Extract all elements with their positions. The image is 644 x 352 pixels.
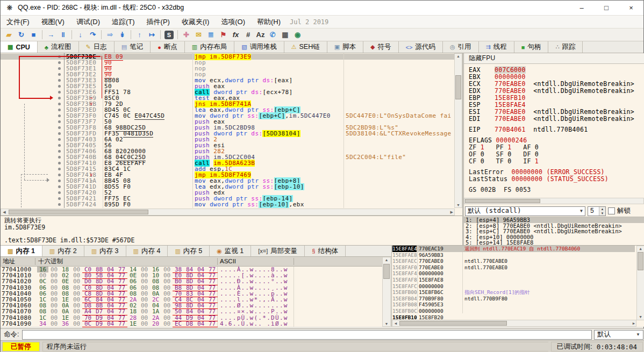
stack-panel[interactable]: 15E8FAE4770EAC19返回到 ntdll.770EAC19 自 ntd…: [391, 245, 644, 327]
argument-row[interactable]: 1: [esp+4] 96A59BB3: [464, 217, 644, 223]
tab-SEH链[interactable]: ⚠SEH链: [284, 41, 327, 53]
dump-byte[interactable]: 04: [195, 321, 206, 327]
dump-byte[interactable]: 77: [206, 278, 218, 284]
last-error-row[interactable]: LastStatus 00000000 (STATUS_SUCCESS): [469, 176, 644, 183]
stack-row[interactable]: 15E8FAF815E8FAE8: [392, 277, 635, 283]
register-row[interactable]: EIP770B4061 ntdll.770B4061: [469, 126, 644, 133]
command-script-select[interactable]: 默认 ▼: [594, 330, 643, 340]
stack-row[interactable]: 15E8FB0C00000000: [392, 308, 635, 314]
step-into-source-icon[interactable]: ↡: [116, 30, 128, 40]
execute-till-return-icon[interactable]: ↦: [146, 30, 158, 40]
segment-registers-row[interactable]: GS 002B FS 0053: [469, 186, 644, 193]
dump-byte[interactable]: D9: [94, 321, 105, 327]
dump-byte[interactable]: 0E: [60, 278, 71, 284]
stack-row[interactable]: 15E8FAF400000000: [392, 270, 635, 277]
step-out-icon[interactable]: ↑: [133, 30, 146, 40]
dump-byte[interactable]: 00: [48, 308, 60, 314]
tab-句柄[interactable]: ■句柄: [514, 41, 549, 53]
dump-byte[interactable]: B0: [173, 278, 184, 284]
dump-byte[interactable]: 1A: [150, 308, 161, 314]
menu-item[interactable]: 选项(O): [215, 16, 251, 28]
stack-vscrollbar[interactable]: ▲ ▼: [636, 246, 644, 320]
dump-byte[interactable]: 50: [173, 308, 184, 314]
dump-byte[interactable]: 77: [116, 278, 127, 284]
dump-byte[interactable]: 04: [105, 321, 116, 327]
tab-日志[interactable]: ✎日志: [79, 41, 115, 53]
command-input[interactable]: [22, 330, 592, 340]
hash-icon[interactable]: #: [242, 30, 254, 40]
calling-convention-select[interactable]: 默认 (stdcall) ▼: [465, 206, 585, 216]
spin-up-icon[interactable]: ▲: [599, 207, 605, 211]
menu-item[interactable]: 文件(F): [1, 16, 35, 28]
stack-row[interactable]: 15E8FB0015E8FB6C指向SEH_Record[1]的指针: [392, 289, 635, 296]
tab-流程图[interactable]: ♣流程图: [38, 41, 79, 53]
tab-CPU[interactable]: ▦CPU: [1, 41, 38, 53]
run-icon[interactable]: →: [45, 30, 57, 40]
maximize-button[interactable]: □: [594, 1, 619, 15]
tab-脚本[interactable]: ▣脚本: [327, 41, 363, 53]
unlock-checkbox[interactable]: [608, 207, 615, 214]
menu-item[interactable]: 收藏夹(I): [176, 16, 215, 28]
dump-byte[interactable]: 00: [139, 321, 150, 327]
tab-局部变量[interactable]: [x=]局部变量: [251, 246, 305, 256]
stack-row[interactable]: 15E8FB08F45905E3: [392, 301, 635, 308]
tab-源代码[interactable]: <>源代码: [399, 41, 443, 53]
dump-byte[interactable]: 04: [105, 278, 116, 284]
pause-icon[interactable]: ‖: [57, 30, 69, 40]
dump-byte[interactable]: 04: [105, 308, 116, 314]
dump-byte[interactable]: 00: [48, 278, 60, 284]
dump-byte[interactable]: 04: [195, 278, 206, 284]
dump-byte[interactable]: D7: [94, 308, 105, 314]
dump-byte[interactable]: 00: [161, 321, 173, 327]
dump-byte[interactable]: 8D: [184, 278, 195, 284]
comment-icon[interactable]: ✉: [192, 30, 205, 40]
dump-byte[interactable]: 00: [161, 308, 173, 314]
stop-icon[interactable]: ■: [27, 30, 40, 40]
disasm-vscrollbar[interactable]: ▲ ▼: [454, 53, 462, 208]
menu-item[interactable]: 插件(P): [141, 16, 176, 28]
bookmark-icon[interactable]: ⚑: [217, 30, 230, 40]
tab-内存 5[interactable]: ▥内存 5: [168, 246, 210, 256]
flags-row[interactable]: CF 0 TF 0 IF 1: [469, 158, 644, 165]
hide-fpu-button[interactable]: 隐藏FPU: [464, 53, 644, 64]
tab-调用堆栈[interactable]: ▧调用堆栈: [234, 41, 284, 53]
patch-icon[interactable]: ✚: [180, 30, 192, 40]
stack-row[interactable]: 15E8FAE896A59BB3: [392, 252, 635, 258]
register-row[interactable]: EDI770EABE0 <ntdll.DbgUiRemoteBreakin>: [469, 116, 644, 123]
dump-row[interactable]: 7704107008000A00A4D7047718001A0050840477…: [1, 308, 382, 314]
dump-row[interactable]: 770410200C000E00D08D047706000800B08D0477…: [1, 278, 382, 284]
stack-row[interactable]: 15E8FAEC770EABE0ntdll.770EABE0: [392, 258, 635, 264]
close-button[interactable]: ×: [619, 1, 643, 15]
menu-item[interactable]: 追踪(T): [106, 16, 141, 28]
dump-byte[interactable]: 04: [195, 308, 206, 314]
tab-内存 1[interactable]: ▥内存 1: [1, 246, 42, 256]
dump-byte[interactable]: A4: [82, 308, 94, 314]
step-over-icon[interactable]: ↷: [87, 30, 99, 40]
stack-row[interactable]: 15E8FAE4770EAC19返回到 ntdll.770EAC19 自 ntd…: [392, 246, 635, 252]
tab-结构体[interactable]: §结构体: [305, 246, 346, 256]
dump-byte[interactable]: 0A: [60, 308, 71, 314]
run-to-user-code-icon[interactable]: ⇒: [104, 30, 116, 40]
stack-hscrollbar[interactable]: ◀ ▶: [392, 320, 636, 327]
dump-byte[interactable]: 20: [150, 321, 161, 327]
tab-内存 4[interactable]: ▥内存 4: [126, 246, 168, 256]
function-icon[interactable]: fx: [230, 30, 242, 40]
dump-byte[interactable]: 00: [71, 278, 82, 284]
disasm-hscrollbar[interactable]: ◀ ▶: [1, 209, 455, 215]
tab-内存 2[interactable]: ▥内存 2: [42, 246, 84, 256]
dump-byte[interactable]: 77: [206, 321, 218, 327]
dump-byte[interactable]: 34: [37, 321, 48, 327]
dump-byte[interactable]: EC: [173, 321, 184, 327]
stack-row[interactable]: 15E8FB04770B9F80ntdll.770B9F80: [392, 296, 635, 302]
tab-符号[interactable]: ◆符号: [363, 41, 398, 53]
dump-byte[interactable]: 00: [71, 308, 82, 314]
tab-监视 1[interactable]: ◉监视 1: [210, 246, 251, 256]
disasm-row[interactable]: 5D8F7424895D F0mov dword ptr ss:[ebp-10]…: [1, 202, 454, 207]
dump-byte[interactable]: 00: [161, 278, 173, 284]
dump-byte[interactable]: 00: [71, 321, 82, 327]
tab-跟踪[interactable]: ∴跟踪: [548, 41, 583, 53]
dump-row[interactable]: 77041090340036000CD904771E002000ECD80477…: [1, 321, 382, 327]
dump-byte[interactable]: 77: [116, 321, 127, 327]
dump-byte[interactable]: 84: [184, 308, 195, 314]
dump-byte[interactable]: D8: [184, 321, 195, 327]
